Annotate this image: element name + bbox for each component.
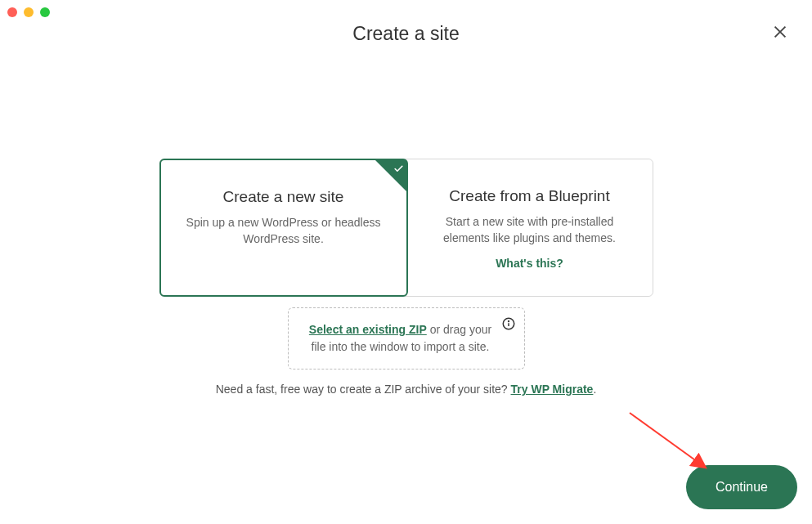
option-create-new-site[interactable]: Create a new site Spin up a new WordPres… bbox=[159, 159, 408, 297]
whats-this-link[interactable]: What's this? bbox=[430, 257, 630, 270]
site-options-row: Create a new site Spin up a new WordPres… bbox=[159, 159, 653, 297]
svg-point-4 bbox=[508, 321, 509, 322]
window-close-dot[interactable] bbox=[7, 7, 17, 17]
checkmark-icon bbox=[393, 163, 404, 174]
page-title: Create a site bbox=[0, 23, 812, 45]
option-blueprint-title: Create from a Blueprint bbox=[430, 187, 630, 205]
continue-button[interactable]: Continue bbox=[686, 465, 797, 509]
zip-hint-row: Need a fast, free way to create a ZIP ar… bbox=[0, 383, 812, 396]
hint-suffix: . bbox=[593, 383, 596, 396]
info-icon[interactable] bbox=[501, 316, 516, 331]
try-wp-migrate-link[interactable]: Try WP Migrate bbox=[511, 383, 594, 396]
arrow-annotation bbox=[626, 409, 716, 474]
window-zoom-dot[interactable] bbox=[40, 7, 50, 17]
option-blueprint-description: Start a new site with pre-installed elem… bbox=[430, 213, 630, 247]
option-create-from-blueprint[interactable]: Create from a Blueprint Start a new site… bbox=[407, 159, 653, 296]
window-traffic-lights bbox=[7, 7, 50, 17]
svg-line-5 bbox=[630, 413, 703, 466]
import-drop-zone[interactable]: Select an existing ZIP or drag your file… bbox=[288, 307, 525, 369]
close-icon bbox=[771, 23, 789, 41]
option-new-site-title: Create a new site bbox=[184, 188, 384, 206]
selected-indicator bbox=[375, 160, 406, 191]
hint-prefix: Need a fast, free way to create a ZIP ar… bbox=[216, 383, 511, 396]
page-header: Create a site bbox=[0, 23, 812, 45]
option-new-site-description: Spin up a new WordPress or headless Word… bbox=[184, 214, 384, 248]
close-button[interactable] bbox=[771, 23, 789, 41]
select-zip-link[interactable]: Select an existing ZIP bbox=[309, 323, 427, 336]
window-minimize-dot[interactable] bbox=[24, 7, 34, 17]
